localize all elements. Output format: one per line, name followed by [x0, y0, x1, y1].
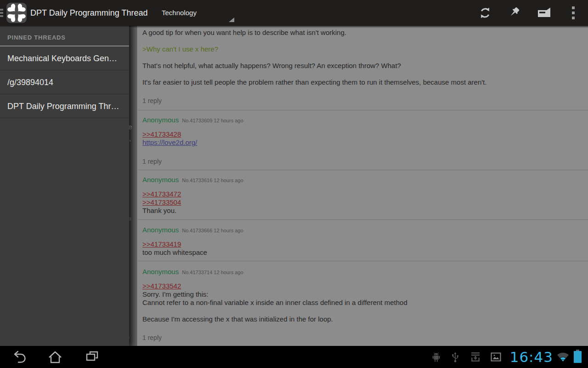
- post-header: AnonymousNo.41733666 12 hours ago: [142, 226, 582, 235]
- home-icon: [47, 350, 63, 364]
- reply-icon: [537, 7, 551, 19]
- overflow-menu-icon: [571, 6, 575, 20]
- post-header: AnonymousNo.41733616 12 hours ago: [142, 176, 582, 184]
- post-text-line: That's not helpful, what actually happen…: [142, 62, 582, 70]
- quote-link[interactable]: >>41733428: [142, 130, 582, 138]
- recents-icon: [84, 350, 100, 364]
- post-text-line: Because I'm accessing the x that was ini…: [142, 315, 582, 323]
- post-meta: No.41733714 12 hours ago: [182, 270, 243, 275]
- page-title: DPT Daily Programming Thread: [30, 0, 147, 26]
- battery-icon[interactable]: [571, 351, 584, 363]
- pinned-thread-item[interactable]: Mechanical Keyboards Gen…: [0, 46, 129, 70]
- occluded-text-fragment: ,: [129, 134, 131, 142]
- post-text-line: Thank you.: [142, 207, 582, 215]
- back-icon: [11, 350, 27, 364]
- drawer-header: PINNED THREADS: [0, 26, 129, 46]
- download-icon[interactable]: [465, 352, 486, 362]
- pinned-thread-item[interactable]: /g/39894014: [0, 70, 129, 94]
- pinned-thread-item[interactable]: DPT Daily Programming Thr…: [0, 94, 129, 118]
- post: AnonymousNo.41733666 12 hours ago >>4173…: [138, 220, 588, 261]
- post: A good tip for when you want help is to …: [138, 26, 588, 110]
- overflow-menu-button[interactable]: [559, 0, 588, 26]
- home-button[interactable]: [40, 346, 70, 368]
- clock[interactable]: 16:43: [510, 346, 553, 368]
- post-body: >>41733419too much whitespace: [142, 240, 582, 257]
- post-text-line: A good tip for when you want help is to …: [142, 29, 582, 37]
- replies-link[interactable]: 1 reply: [142, 334, 582, 342]
- post-header: AnonymousNo.41733609 12 hours ago: [142, 116, 582, 125]
- pin-thread-button[interactable]: [500, 0, 529, 26]
- quote-link[interactable]: >>41733472: [142, 190, 582, 198]
- clover-app-icon[interactable]: [6, 3, 27, 23]
- post-body: >>41733472>>41733504Thank you.: [142, 190, 582, 215]
- spinner-corner-icon: [229, 17, 234, 22]
- poster-name: Anonymous: [142, 226, 179, 234]
- post-list[interactable]: A good tip for when you want help is to …: [138, 26, 588, 346]
- quote-link[interactable]: >>41733504: [142, 198, 582, 207]
- post: AnonymousNo.41733714 12 hours ago >>4173…: [138, 261, 588, 346]
- replies-link[interactable]: 1 reply: [142, 157, 582, 166]
- post: AnonymousNo.41733609 12 hours ago >>4173…: [138, 110, 588, 170]
- back-button[interactable]: [5, 346, 34, 368]
- screenshot-icon[interactable]: [486, 352, 506, 362]
- poster-name: Anonymous: [142, 116, 179, 124]
- post-text-line: Sorry. I'm getting this:: [142, 290, 582, 299]
- post-body: >>41733428https://love2d.org/: [142, 130, 582, 147]
- post-meta: No.41733609 12 hours ago: [182, 118, 243, 123]
- post-header: AnonymousNo.41733714 12 hours ago: [142, 268, 582, 276]
- refresh-button[interactable]: [470, 0, 500, 26]
- post: AnonymousNo.41733616 12 hours ago >>4173…: [138, 170, 588, 220]
- status-area: 16:43: [427, 346, 584, 368]
- post-text-line: Cannot refer to a non-final variable x i…: [142, 299, 582, 307]
- clover-icon: [6, 3, 27, 23]
- pinned-threads-drawer: PINNED THREADS Mechanical Keyboards Gen……: [0, 26, 129, 346]
- usb-icon[interactable]: [446, 352, 465, 362]
- post-text-line: too much whitespace: [142, 248, 582, 257]
- refresh-icon: [479, 6, 492, 19]
- wifi-icon[interactable]: [555, 352, 571, 362]
- url-link[interactable]: https://love2d.org/: [142, 138, 582, 147]
- background-pane-strip: [129, 26, 137, 346]
- action-bar: DPT Daily Programming Thread Technology: [0, 0, 588, 26]
- reply-button[interactable]: [529, 0, 559, 26]
- poster-name: Anonymous: [142, 268, 179, 276]
- quote-link[interactable]: >>41733419: [142, 240, 582, 248]
- board-selector-value: Technology: [162, 0, 197, 26]
- board-selector-dropdown[interactable]: Technology: [154, 0, 235, 26]
- post-text-line: It's far easier to just tell people the …: [142, 78, 582, 86]
- greentext-line: >Why can't I use x here?: [142, 45, 582, 53]
- pin-icon: [508, 6, 521, 20]
- post-meta: No.41733616 12 hours ago: [182, 178, 243, 183]
- drawer-handle-icon[interactable]: [0, 9, 3, 19]
- post-body: >>41733542Sorry. I'm getting this:Cannot…: [142, 282, 582, 323]
- quote-link[interactable]: >>41733542: [142, 282, 582, 290]
- system-bar: 16:43: [0, 346, 588, 368]
- screen: A good tip for when you want help is to …: [0, 0, 588, 368]
- android-debug-icon[interactable]: [427, 352, 446, 362]
- post-meta: No.41733666 12 hours ago: [182, 228, 243, 233]
- action-bar-buttons: [470, 0, 588, 26]
- replies-link[interactable]: 1 reply: [142, 97, 582, 105]
- poster-name: Anonymous: [142, 176, 179, 184]
- recents-button[interactable]: [77, 346, 107, 368]
- post-body: A good tip for when you want help is to …: [142, 29, 582, 86]
